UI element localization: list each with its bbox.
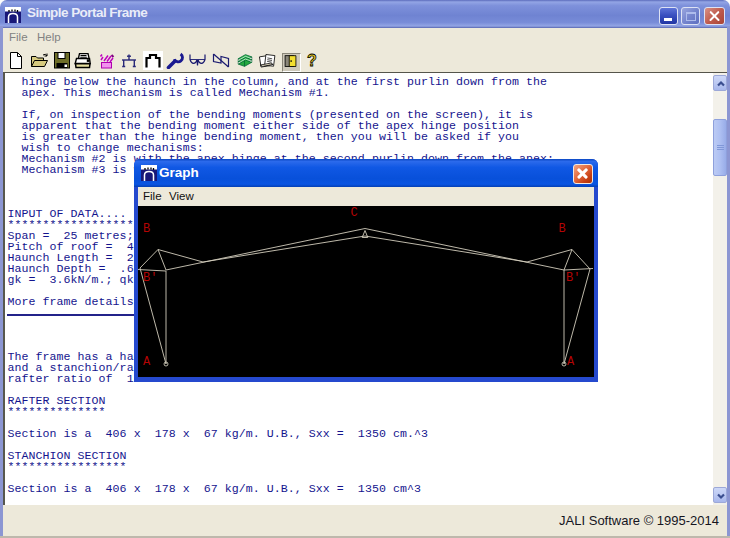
svg-text:?: ? [307,52,317,69]
